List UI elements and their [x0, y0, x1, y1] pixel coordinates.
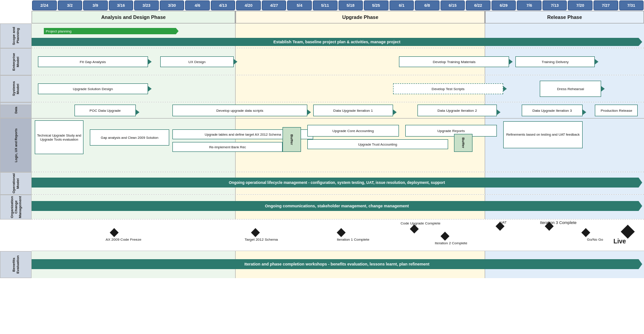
technology-outer-label: [0, 102, 32, 105]
phase-upgrade: Upgrade Phase: [236, 11, 485, 23]
iter1-arrow: [393, 110, 397, 115]
logix-label: Logic, UX and Reports: [0, 118, 32, 172]
date-3-16: 3/16: [109, 0, 134, 10]
date-4-13: 4/13: [211, 0, 236, 10]
iter3-label: Iteration 3 Complete: [522, 220, 595, 225]
tech-upgrade-bar: Technical Upgrade Study and Upgrade Tool…: [35, 120, 84, 154]
iter1-diamond: [337, 228, 346, 237]
date-6-29: 6/29: [491, 0, 516, 10]
test-arrow: [503, 86, 507, 92]
training-delivery-arrow: [595, 59, 598, 64]
gonogo-diamond: [581, 228, 590, 237]
iteration-workshops-bar: Iteration and phase completion workshops…: [32, 259, 642, 269]
org-change-row: Ongoing communications, stakeholder mana…: [32, 195, 644, 220]
date-7-20: 7/20: [568, 0, 593, 10]
target-schema-label: Target 2012 Schema: [222, 238, 301, 242]
date-6-15: 6/15: [440, 0, 465, 10]
date-7-6: 7/6: [517, 0, 542, 10]
gap-analysis-bar: Gap analysis and Clean 2009 Solution: [90, 129, 169, 146]
scripts-arrow: [307, 110, 311, 115]
date-6-22: 6/22: [466, 0, 491, 10]
dress-rehearsal-bar: Dress Rehearsal: [540, 81, 601, 97]
tech-labels: Data Logic, UX and Reports: [0, 102, 32, 172]
ax2009-diamond: [110, 228, 119, 237]
data-iter1-bar: Data Upgrade Iteration 1: [313, 105, 393, 116]
develop-test-bar: Develop Test Scripts: [393, 83, 503, 94]
date-6-1: 6/1: [389, 0, 414, 10]
milestones-row: AX 2009 Code Freeze Target 2012 Schema I…: [32, 220, 644, 251]
date-6-8: 6/8: [415, 0, 440, 10]
date-2-24: 2/24: [32, 0, 57, 10]
project-planning-bar: Project planning: [44, 28, 179, 34]
enterprise-label: Enterprise Model: [0, 48, 32, 75]
date-7-13: 7/13: [542, 0, 567, 10]
ux-arrow: [234, 59, 237, 64]
date-4-20: 4/20: [236, 0, 261, 10]
data-iter3-bar: Data Upgrade Iteration 3: [522, 105, 583, 116]
operational-label: Operational Model: [0, 172, 32, 195]
phase-header: Analysis and Design Phase Upgrade Phase …: [32, 11, 644, 23]
upgrade-trust-bar: Upgrade Trust Accounting: [307, 139, 448, 149]
iter1-label: Iteration 1 Complete: [313, 238, 393, 242]
tech-divider: [32, 118, 644, 119]
poc-arrow: [136, 110, 139, 115]
date-5-25: 5/25: [364, 0, 389, 10]
date-3-23: 3/23: [134, 0, 159, 10]
benefits-row: Iteration and phase completion workshops…: [32, 251, 644, 278]
data-iter2-bar: Data Upgrade Iteration 2: [417, 105, 497, 116]
date-3-30: 3/30: [160, 0, 185, 10]
ux-design-bar: UX Design: [160, 56, 234, 67]
date-4-6: 4/6: [185, 0, 210, 10]
phase-analysis: Analysis and Design Phase: [32, 11, 236, 23]
upgrade-solution-arrow: [148, 86, 152, 92]
date-5-11: 5/11: [313, 0, 338, 10]
org-change-label: Organization Change Management: [0, 195, 32, 220]
poc-data-bar: POC Data Upgrade: [74, 105, 136, 116]
code-upgrade-label: Code Upgrade Complete: [380, 221, 460, 225]
iter2-diamond: [440, 232, 449, 241]
re-implement-bar: Re-Implement Bank Rec: [172, 142, 283, 152]
production-release-bar: Production Release: [595, 105, 638, 116]
technology-row: POC Data Upgrade Develop upgrade data sc…: [32, 102, 644, 172]
establish-team-bar: Establish Team, baseline project plan & …: [32, 38, 642, 46]
systems-label: Systems Model: [0, 75, 32, 102]
benefits-label: Benefits Evaluation: [0, 251, 32, 278]
scope-label: Scope and Planning: [0, 23, 32, 48]
code-upgrade-diamond: [410, 224, 419, 233]
milestones-label: [0, 220, 32, 251]
develop-scripts-bar: Develop upgrade data scripts: [172, 105, 307, 116]
refinements-bar: Refinements based on testing and UAT fee…: [503, 121, 583, 148]
upgrade-reports-bar: Upgrade Reports: [405, 125, 497, 137]
ongoing-comms-bar: Ongoing communications, stakeholder mana…: [32, 201, 642, 211]
gantt-chart: 2/243/23/93/163/233/304/64/134/204/275/4…: [0, 0, 644, 334]
systems-row: Upgrade Solution Design Develop Test Scr…: [32, 75, 644, 102]
develop-training-bar: Develop Training Materials: [399, 56, 509, 67]
date-3-2: 3/2: [58, 0, 83, 10]
date-header: 2/243/23/93/163/233/304/64/134/204/275/4…: [32, 0, 644, 11]
ax2009-label: AX 2009 Code Freeze: [81, 238, 167, 242]
dress-arrow: [601, 86, 605, 92]
content-rows: Project planning Establish Team, baselin…: [32, 23, 644, 334]
date-7-31: 7/31: [619, 0, 644, 10]
operational-row: Ongoing operational lifecycle management…: [32, 172, 644, 195]
scope-row: Project planning Establish Team, baselin…: [32, 23, 644, 48]
target-schema-diamond: [251, 228, 260, 237]
upgrade-solution-bar: Upgrade Solution Design: [38, 83, 148, 94]
iter3-arrow: [583, 110, 586, 115]
live-diamond: [621, 224, 635, 238]
date-3-9: 3/9: [83, 0, 108, 10]
main-grid: Scope and Planning Enterprise Model Syst…: [0, 23, 644, 334]
upgrade-core-bar: Upgrade Core Accounting: [307, 125, 399, 137]
uat-label: UAT: [479, 220, 528, 224]
date-5-4: 5/4: [287, 0, 312, 10]
buffer2-bar: Buffer: [454, 134, 473, 152]
date-4-27: 4/27: [262, 0, 287, 10]
date-7-27: 7/27: [593, 0, 618, 10]
fit-gap-bar: Fit Gap Analysis: [38, 56, 148, 67]
fit-gap-arrow: [148, 59, 152, 64]
iter2-label: Iteration 2 Complete: [411, 241, 491, 245]
iter2-arrow: [497, 110, 500, 115]
training-delivery-bar: Training Delivery: [515, 56, 595, 67]
training-arrow: [509, 59, 513, 64]
live-label: Live: [613, 238, 626, 245]
